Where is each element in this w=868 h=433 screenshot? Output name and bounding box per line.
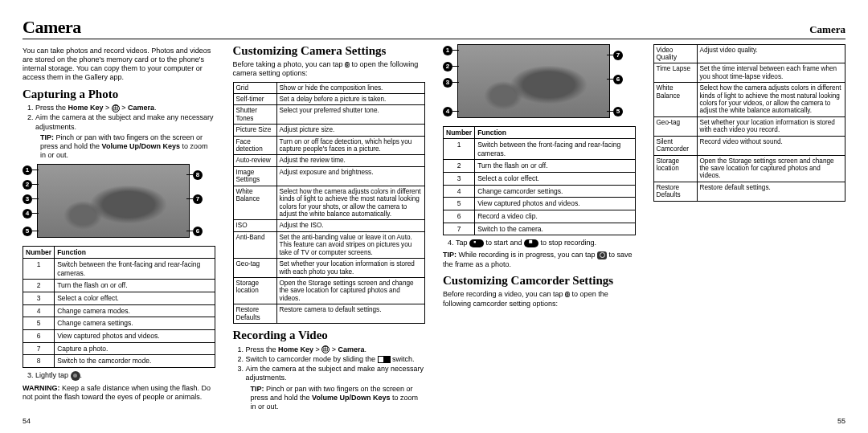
corder-intro: Before recording a video, you can tap ⚙ … — [443, 290, 636, 308]
callout-7: 7 — [193, 194, 203, 204]
manual-spread: Camera Camera You can take photos and re… — [0, 0, 868, 433]
record-start-icon — [469, 239, 484, 247]
callout-4: 4 — [23, 209, 32, 219]
capture-step-2: Aim the camera at the subject and make a… — [35, 113, 215, 160]
page-number-left: 54 — [23, 417, 31, 426]
heading-capture: Capturing a Photo — [23, 88, 215, 101]
callout-v4: 4 — [443, 107, 452, 116]
camcorder-switch-icon — [378, 356, 391, 363]
camcorder-settings-table: Video QualityAdjust video quality. Time … — [653, 44, 846, 202]
capture-step-1: Press the Home Key > > Camera. — [35, 104, 215, 112]
gear-icon: ⚙ — [345, 62, 350, 67]
heading-camera-settings: Customizing Camera Settings — [233, 44, 426, 58]
video-step-1: Press the Home Key > > Camera. — [246, 345, 426, 354]
apps-icon — [112, 104, 120, 112]
page-numbers: 54 55 — [23, 417, 845, 426]
callout-v2: 2 — [443, 62, 452, 71]
columns: You can take photos and record videos. P… — [23, 44, 845, 414]
heading-video: Recording a Video — [233, 329, 426, 342]
video-step-2: Switch to camcorder mode by sliding the … — [246, 355, 426, 364]
video-tip-2: TIP: While recording is in progress, you… — [443, 251, 636, 269]
callout-v1: 1 — [443, 46, 452, 55]
shutter-icon — [71, 371, 80, 381]
video-step-4: Tap to start and to stop recording. — [456, 239, 636, 247]
callout-6: 6 — [193, 227, 203, 236]
callout-2: 2 — [23, 180, 32, 190]
heading-camcorder-settings: Customizing Camcorder Settings — [443, 274, 636, 288]
callout-1: 1 — [23, 165, 32, 175]
video-step-3: Aim the camera at the subject and make a… — [246, 365, 426, 411]
warning: WARNING: Keep a safe distance when using… — [23, 384, 215, 402]
gear-icon: ⚙ — [565, 292, 570, 297]
callout-3: 3 — [23, 194, 32, 204]
page-number-right: 55 — [837, 417, 845, 426]
callout-v7: 7 — [613, 51, 623, 60]
camcorder-screenshot — [457, 44, 610, 118]
capture-steps: Press the Home Key > > Camera. Aim the c… — [23, 104, 215, 161]
apps-icon — [321, 345, 330, 353]
page-title-left: Camera — [23, 16, 81, 39]
video-step-4-list: Tap to start and to stop recording. — [443, 239, 636, 247]
callout-v5: 5 — [613, 107, 623, 116]
callout-5: 5 — [23, 227, 32, 236]
capture-step-3-list: Lightly tap . — [23, 371, 215, 381]
camset-intro: Before taking a photo, you can tap ⚙ to … — [233, 60, 426, 79]
page-title-right: Camera — [809, 23, 845, 36]
record-stop-icon — [524, 239, 538, 247]
camera-screenshot — [37, 164, 190, 238]
header-row: Camera Camera — [23, 16, 845, 39]
capture-table: NumberFunction 1Switch between the front… — [23, 246, 215, 368]
callout-v3: 3 — [443, 78, 452, 88]
camera-shot-icon — [597, 251, 607, 259]
video-table: NumberFunction 1Switch between the front… — [443, 126, 636, 236]
capture-step-3: Lightly tap . — [35, 371, 215, 381]
callout-8: 8 — [193, 170, 203, 180]
camcorder-screenshot-wrap: 1 2 3 4 7 6 5 — [443, 44, 636, 123]
camera-settings-table: GridShow or hide the composition lines. … — [233, 82, 426, 325]
capture-tip: TIP: Pinch or pan with two fingers on th… — [35, 133, 215, 161]
camera-screenshot-wrap: 1 2 3 4 5 8 7 6 — [23, 164, 215, 243]
video-tip: TIP: Pinch or pan with two fingers on th… — [246, 385, 426, 412]
callout-v6: 6 — [613, 75, 623, 84]
intro-text: You can take photos and record videos. P… — [23, 47, 215, 83]
video-steps: Press the Home Key > > Camera. Switch to… — [233, 345, 426, 412]
